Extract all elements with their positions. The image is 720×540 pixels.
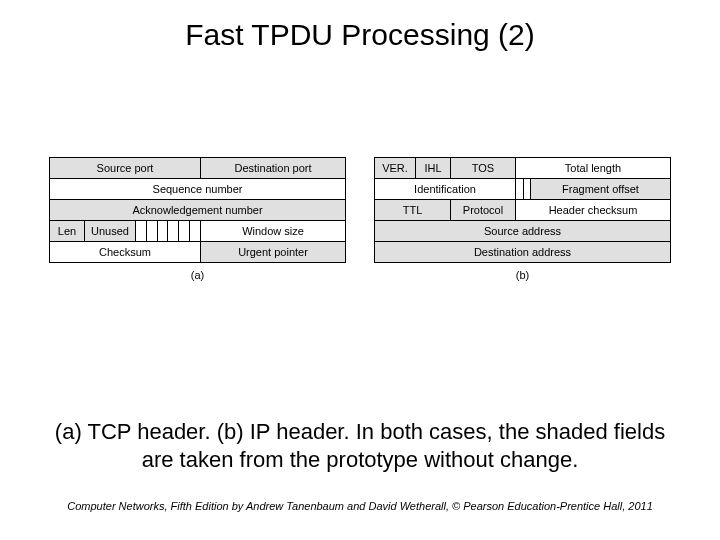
ip-identification: Identification [375,179,516,200]
slide-title: Fast TPDU Processing (2) [0,18,720,52]
tcp-checksum: Checksum [50,242,201,263]
ip-protocol: Protocol [451,200,516,221]
tcp-sequence-number: Sequence number [50,179,346,200]
ip-header-table: VER. IHL TOS Total length Identification… [374,157,671,263]
ip-frag-flags [516,179,531,200]
tcp-header-table: Source port Destination port Sequence nu… [49,157,346,263]
ip-header-figure: VER. IHL TOS Total length Identification… [374,157,671,281]
footer-credit: Computer Networks, Fifth Edition by Andr… [0,500,720,512]
tcp-sublabel: (a) [49,269,346,281]
figure-container: Source port Destination port Sequence nu… [0,157,720,281]
tcp-header-figure: Source port Destination port Sequence nu… [49,157,346,281]
ip-ttl: TTL [375,200,451,221]
tcp-urgent-pointer: Urgent pointer [201,242,346,263]
ip-fragment-offset: Fragment offset [531,179,671,200]
tcp-source-port: Source port [50,158,201,179]
tcp-dest-port: Destination port [201,158,346,179]
ip-sublabel: (b) [374,269,671,281]
ip-total-length: Total length [516,158,671,179]
tcp-window-size: Window size [201,221,346,242]
ip-header-checksum: Header checksum [516,200,671,221]
figure-caption: (a) TCP header. (b) IP header. In both c… [40,418,680,473]
ip-source-address: Source address [375,221,671,242]
ip-tos: TOS [451,158,516,179]
tcp-ack-number: Acknowledgement number [50,200,346,221]
tcp-len: Len [50,221,85,242]
tcp-flags [136,221,201,242]
ip-destination-address: Destination address [375,242,671,263]
tcp-unused: Unused [85,221,136,242]
ip-ihl: IHL [416,158,451,179]
ip-ver: VER. [375,158,416,179]
